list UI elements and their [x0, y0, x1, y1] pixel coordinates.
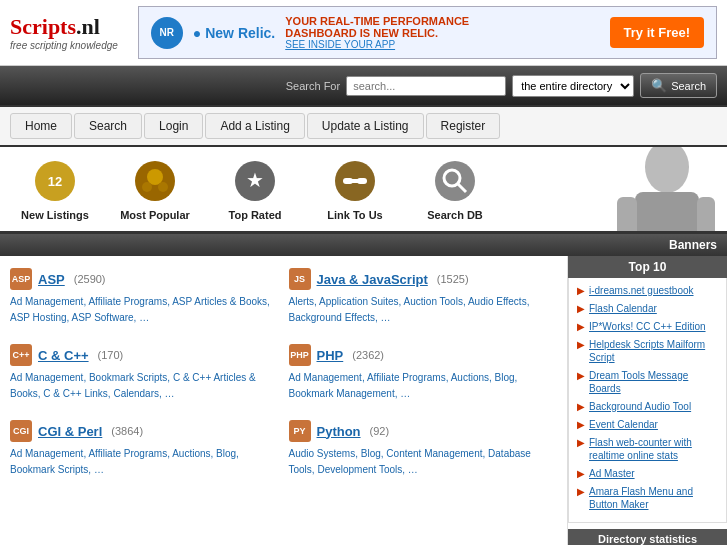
dir-stats-label: Directory statistics: [568, 529, 727, 545]
top10-item[interactable]: ▶ Flash web-counter with realtime online…: [577, 436, 718, 462]
top10-item[interactable]: ▶ IP*Works! CC C++ Edition: [577, 320, 718, 333]
cat-link-more-cgi-perl[interactable]: …: [94, 464, 104, 475]
cat-link-more-php[interactable]: …: [400, 388, 410, 399]
top10-arrow: ▶: [577, 370, 585, 381]
top10-label: IP*Works! CC C++ Edition: [589, 320, 706, 333]
category-grid: ASP ASP (2590) Ad Management, Affiliate …: [10, 268, 557, 484]
feature-most-popular[interactable]: Most Popular: [105, 157, 205, 221]
top10-label: Ad Master: [589, 467, 635, 480]
cat-name-java[interactable]: Java & JavaScript: [317, 272, 428, 287]
top10-arrow: ▶: [577, 321, 585, 332]
top10-item[interactable]: ▶ Amara Flash Menu and Button Maker: [577, 485, 718, 511]
ad-logo: NR: [151, 17, 183, 49]
nav-item-update-a-listing[interactable]: Update a Listing: [307, 113, 424, 139]
svg-point-15: [645, 147, 689, 193]
svg-rect-17: [617, 197, 637, 234]
cat-link-php-2[interactable]: Auctions: [451, 372, 489, 383]
cat-link-more-c-cpp[interactable]: …: [165, 388, 175, 399]
cat-name-python[interactable]: Python: [317, 424, 361, 439]
cat-link-cgi-perl-1[interactable]: Affiliate Programs: [88, 448, 167, 459]
cat-icon-cgi-perl: CGI: [10, 420, 32, 442]
cat-link-python-4[interactable]: Development Tools: [317, 464, 402, 475]
main-content: ASP ASP (2590) Ad Management, Affiliate …: [0, 256, 727, 545]
top10-item[interactable]: ▶ Background Audio Tool: [577, 400, 718, 413]
link-to-us-icon: [331, 157, 379, 205]
link-to-us-label: Link To Us: [327, 209, 382, 221]
cat-link-more-python[interactable]: …: [408, 464, 418, 475]
search-button[interactable]: 🔍 Search: [640, 73, 717, 98]
top10-item[interactable]: ▶ Flash Calendar: [577, 302, 718, 315]
cat-link-cgi-perl-4[interactable]: Bookmark Scripts: [10, 464, 88, 475]
cat-link-cgi-perl-3[interactable]: Blog: [216, 448, 236, 459]
cat-link-asp-0[interactable]: Ad Management: [10, 296, 83, 307]
cat-link-java-4[interactable]: Background Effects: [289, 312, 376, 323]
cat-link-cgi-perl-2[interactable]: Auctions: [172, 448, 210, 459]
feature-link-to-us[interactable]: Link To Us: [305, 157, 405, 221]
cat-link-java-3[interactable]: Audio Effects: [468, 296, 527, 307]
nav-item-add-a-listing[interactable]: Add a Listing: [205, 113, 304, 139]
cat-link-php-1[interactable]: Affiliate Programs: [367, 372, 446, 383]
cat-link-more-asp[interactable]: …: [139, 312, 149, 323]
nav-item-home[interactable]: Home: [10, 113, 72, 139]
ad-try-button[interactable]: Try it Free!: [610, 17, 704, 48]
svg-point-12: [435, 161, 475, 201]
top10-item[interactable]: ▶ Helpdesk Scripts Mailform Script: [577, 338, 718, 364]
new-listings-icon: 12: [31, 157, 79, 205]
cat-link-asp-1[interactable]: Affiliate Programs: [88, 296, 167, 307]
search-scope-select[interactable]: the entire directory scripts only author…: [512, 75, 634, 97]
cat-link-c-cpp-4[interactable]: Calendars: [113, 388, 159, 399]
cat-link-java-1[interactable]: Application Suites: [319, 296, 399, 307]
cat-link-more-java[interactable]: …: [381, 312, 391, 323]
cat-link-python-2[interactable]: Content Management: [386, 448, 482, 459]
feature-top-rated[interactable]: ★ Top Rated: [205, 157, 305, 221]
top10-label: Background Audio Tool: [589, 400, 691, 413]
cat-link-python-1[interactable]: Blog: [361, 448, 381, 459]
top10-list: ▶ i-dreams.net guestbook ▶ Flash Calenda…: [568, 278, 727, 523]
cat-name-asp[interactable]: ASP: [38, 272, 65, 287]
logo[interactable]: Scripts.nl: [10, 14, 118, 40]
cat-block-php: PHP PHP (2362) Ad Management, Affiliate …: [289, 344, 558, 402]
top-rated-icon: ★: [231, 157, 279, 205]
cat-link-python-0[interactable]: Audio Systems: [289, 448, 356, 459]
top10-item[interactable]: ▶ i-dreams.net guestbook: [577, 284, 718, 297]
cat-link-php-4[interactable]: Bookmark Management: [289, 388, 395, 399]
cat-name-php[interactable]: PHP: [317, 348, 344, 363]
cat-link-asp-4[interactable]: ASP Software: [72, 312, 134, 323]
cat-link-c-cpp-3[interactable]: C & C++ Links: [43, 388, 107, 399]
ad-copy: YOUR REAL-TIME PERFORMANCE DASHBOARD IS …: [285, 15, 469, 50]
cat-name-c-cpp[interactable]: C & C++: [38, 348, 89, 363]
cat-link-c-cpp-0[interactable]: Ad Management: [10, 372, 83, 383]
cat-link-php-0[interactable]: Ad Management: [289, 372, 362, 383]
cat-link-php-3[interactable]: Blog: [495, 372, 515, 383]
top10-title: Top 10: [568, 256, 727, 278]
cat-link-asp-3[interactable]: ASP Hosting: [10, 312, 67, 323]
top10-item[interactable]: ▶ Event Calendar: [577, 418, 718, 431]
top10-arrow: ▶: [577, 303, 585, 314]
most-popular-label: Most Popular: [120, 209, 190, 221]
nav-item-search[interactable]: Search: [74, 113, 142, 139]
top10-item[interactable]: ▶ Ad Master: [577, 467, 718, 480]
cat-block-asp: ASP ASP (2590) Ad Management, Affiliate …: [10, 268, 279, 326]
top10-label: Dream Tools Message Boards: [589, 369, 718, 395]
cat-link-java-0[interactable]: Alerts: [289, 296, 315, 307]
search-input[interactable]: [346, 76, 506, 96]
nav-bar: HomeSearchLoginAdd a ListingUpdate a Lis…: [0, 105, 727, 147]
cat-name-cgi-perl[interactable]: CGI & Perl: [38, 424, 102, 439]
nav-item-login[interactable]: Login: [144, 113, 203, 139]
top10-label: Helpdesk Scripts Mailform Script: [589, 338, 718, 364]
cat-link-asp-2[interactable]: ASP Articles & Books: [172, 296, 267, 307]
top-rated-label: Top Rated: [229, 209, 282, 221]
feature-new-listings[interactable]: 12 New Listings: [5, 157, 105, 221]
svg-point-4: [142, 182, 152, 192]
cat-link-cgi-perl-0[interactable]: Ad Management: [10, 448, 83, 459]
top10-item[interactable]: ▶ Dream Tools Message Boards: [577, 369, 718, 395]
logo-area: Scripts.nl free scripting knowledge: [10, 14, 118, 51]
feature-person-image: [527, 147, 727, 234]
header: Scripts.nl free scripting knowledge NR ●…: [0, 0, 727, 66]
nav-item-register[interactable]: Register: [426, 113, 501, 139]
ad-newrelic-brand: ● New Relic.: [193, 25, 275, 41]
new-listings-label: New Listings: [21, 209, 89, 221]
cat-link-java-2[interactable]: Auction Tools: [404, 296, 463, 307]
feature-search-db[interactable]: Search DB: [405, 157, 505, 221]
cat-link-c-cpp-1[interactable]: Bookmark Scripts: [89, 372, 167, 383]
